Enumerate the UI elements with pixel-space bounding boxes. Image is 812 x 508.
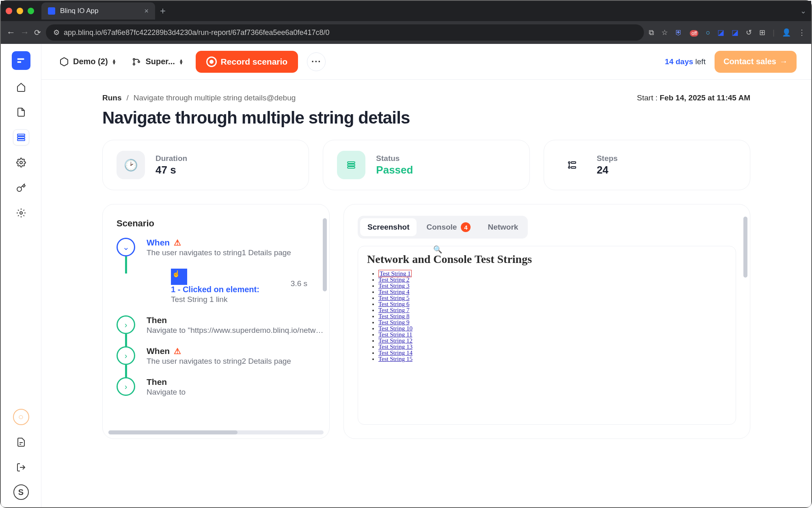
breadcrumb: Runs / Navigate through multiple string … (102, 93, 750, 102)
svg-rect-2 (17, 134, 25, 136)
scrollbar-vertical[interactable] (743, 217, 747, 278)
tab-network[interactable]: Network (480, 218, 525, 236)
step-keyword: Then (147, 315, 167, 325)
scenario-panel: Scenario ⌄ When ⚠ The user navigates to (102, 204, 330, 439)
shot-link-item: Test String 1 (378, 271, 727, 277)
svg-rect-0 (17, 59, 24, 60)
card-steps: Steps 24 (544, 140, 750, 190)
extension-zm-icon[interactable]: ◪ (717, 28, 724, 37)
svg-point-6 (20, 212, 22, 214)
nav-logout-icon[interactable] (13, 459, 29, 475)
warning-icon: ⚠ (174, 346, 181, 356)
nav-gear-icon[interactable] (13, 205, 29, 221)
step-desc: Navigate to (147, 388, 324, 397)
browser-tab[interactable]: Blinq IO App × (41, 2, 155, 20)
step-keyword: When ⚠ (147, 238, 181, 247)
maximize-window-icon[interactable] (28, 8, 34, 14)
browser-tabstrip: Blinq IO App × + ⌄ (1, 1, 811, 21)
tab-console[interactable]: Console 4 (419, 218, 478, 236)
record-button[interactable]: Record scenario (196, 51, 298, 73)
step-when-1[interactable]: ⌄ When ⚠ The user navigates to string1 D… (117, 238, 324, 257)
start-timestamp: Start : Feb 14, 2025 at 11:45 AM (637, 93, 750, 102)
bookmark-icon[interactable]: ☆ (661, 28, 668, 37)
svg-point-12 (138, 61, 140, 63)
favicon-icon (48, 7, 55, 15)
url-text: app.blinq.io/67af6e87fc422289b3d4230a/ru… (64, 28, 330, 37)
close-window-icon[interactable] (6, 8, 12, 14)
close-tab-icon[interactable]: × (144, 7, 149, 15)
console-badge: 4 (461, 222, 471, 232)
extension-cloud-icon[interactable]: ○ (706, 28, 710, 37)
nav-docs-icon[interactable] (13, 434, 29, 450)
extensions-icon[interactable]: ⊞ (759, 28, 765, 37)
shot-link: Test String 13 (378, 343, 412, 350)
nav-tests[interactable] (13, 104, 29, 120)
extension-shield-icon[interactable]: ⛨ (675, 28, 682, 37)
more-button[interactable]: ··· (307, 52, 326, 71)
contact-sales-button[interactable]: Contact sales → (715, 51, 797, 73)
menu-icon[interactable]: ⋮ (798, 28, 806, 37)
lower-grid: Scenario ⌄ When ⚠ The user navigates to (102, 204, 750, 439)
flow-icon (337, 151, 365, 179)
shot-link-list: Test String 1Test String 2Test String 3T… (378, 271, 727, 362)
address-bar[interactable]: ⚙ app.blinq.io/67af6e87fc422289b3d4230a/… (46, 24, 644, 41)
back-button[interactable]: ← (6, 27, 15, 38)
chevron-icon[interactable]: › (117, 377, 135, 396)
forward-button[interactable]: → (20, 27, 29, 38)
project-name: Demo (2) (73, 57, 108, 66)
step-keyword: Then (147, 377, 167, 387)
screenshot-wrapper: 🔍 Network and Console Test Strings Test … (358, 246, 736, 425)
chevron-icon[interactable]: › (117, 346, 135, 365)
install-app-icon[interactable]: ⧉ (649, 28, 654, 37)
tab-screenshot[interactable]: Screenshot (360, 218, 417, 236)
step-desc: Navigate to "https://www.superdemo.blinq… (147, 326, 324, 335)
click-action-icon: ☝ (171, 269, 187, 285)
expand-icon[interactable]: ⌄ (117, 238, 135, 256)
step-desc: The user navigates to string2 Details pa… (147, 357, 324, 366)
scrollbar-horizontal[interactable] (108, 430, 324, 434)
reload-button[interactable]: ⟳ (34, 28, 41, 37)
new-tab-button[interactable]: + (160, 5, 166, 17)
tab-title: Blinq IO App (60, 7, 99, 15)
shot-link-item: Test String 12 (378, 338, 727, 344)
crumb-runs[interactable]: Runs (102, 93, 122, 102)
step-keyword: When ⚠ (147, 346, 181, 356)
zoom-icon[interactable]: 🔍 (433, 245, 442, 254)
nav-avatar[interactable]: S (13, 484, 29, 500)
contact-label: Contact sales (723, 57, 776, 66)
nav-chat-icon[interactable]: ○ (13, 409, 29, 425)
shot-link: Test String 7 (378, 307, 409, 313)
chevron-icon[interactable]: › (117, 315, 135, 334)
nav-keys-icon[interactable] (13, 180, 29, 196)
site-info-icon[interactable]: ⚙ (53, 28, 60, 37)
action-row[interactable]: ☝ 1 - Clicked on element: Test String 1 … (117, 269, 324, 304)
nav-home[interactable] (13, 79, 29, 95)
tab-overflow-icon[interactable]: ⌄ (800, 7, 806, 15)
clock-icon: 🕑 (117, 151, 145, 179)
app-logo[interactable] (12, 51, 30, 70)
extension-square-icon[interactable]: ◪ (732, 28, 739, 37)
step-then-1[interactable]: › Then Navigate to "https://www.superdem… (117, 315, 324, 335)
shot-link-item: Test String 3 (378, 283, 727, 289)
shot-link-item: Test String 5 (378, 295, 727, 301)
card-label: Steps (597, 154, 618, 163)
svg-point-17 (568, 167, 570, 168)
nav-settings-icon[interactable] (13, 154, 29, 171)
extension-off-icon[interactable]: off (690, 28, 698, 37)
svg-rect-15 (348, 167, 355, 168)
screenshot-panel: Screenshot Console 4 Network 🔍 Network a… (343, 204, 750, 439)
step-when-2[interactable]: › When ⚠ The user navigates to string2 D… (117, 346, 324, 366)
profile-icon[interactable]: 👤 (782, 28, 791, 37)
shot-link: Test String 9 (378, 319, 409, 326)
card-value: Passed (376, 164, 413, 176)
nav-runs[interactable] (13, 129, 29, 145)
sort-icon: ▲▼ (112, 59, 117, 65)
env-dropdown[interactable]: Super... ▲▼ (128, 52, 186, 72)
step-then-2[interactable]: › Then Navigate to (117, 377, 324, 397)
main-pane: Demo (2) ▲▼ Super... ▲▼ Record scenario … (41, 44, 811, 507)
action-duration: 3.6 s (291, 279, 307, 288)
shot-link: Test String 6 (378, 301, 409, 307)
minimize-window-icon[interactable] (17, 8, 23, 14)
project-dropdown[interactable]: Demo (2) ▲▼ (56, 52, 119, 72)
history-icon[interactable]: ↺ (746, 28, 752, 37)
